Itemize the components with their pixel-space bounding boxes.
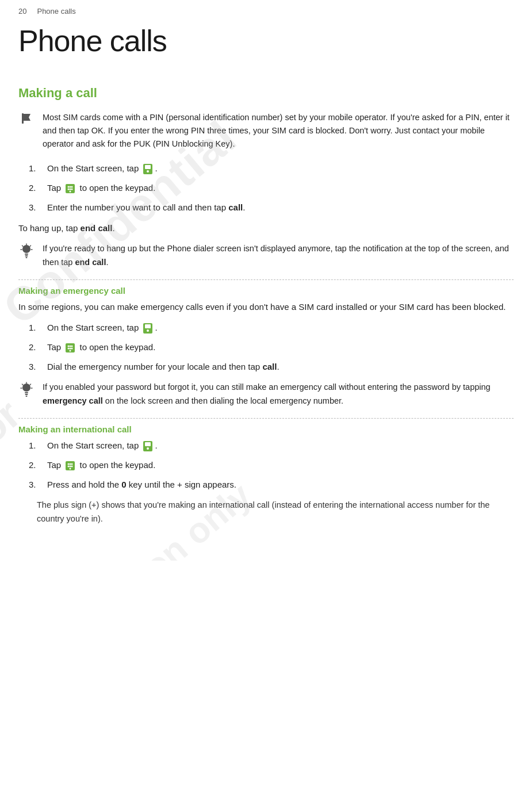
phone-icon-step1 bbox=[142, 163, 154, 175]
intl-step-3-text: Press and hold the 0 key until the + sig… bbox=[47, 478, 236, 492]
phone-icon-emg1 bbox=[142, 323, 154, 334]
intl-step-2-num: 2. bbox=[29, 458, 41, 472]
note-hangup-text: If you're ready to hang up but the Phone… bbox=[43, 242, 514, 269]
svg-point-48 bbox=[68, 465, 70, 467]
emg-step-1-num: 1. bbox=[29, 321, 41, 335]
note-block-emergency: If you enabled your password but forgot … bbox=[18, 381, 514, 407]
step-3-bold: call bbox=[228, 202, 243, 212]
divider-2 bbox=[18, 418, 514, 419]
svg-rect-13 bbox=[25, 254, 28, 255]
svg-point-30 bbox=[71, 348, 73, 350]
svg-line-37 bbox=[22, 384, 24, 385]
svg-point-12 bbox=[22, 245, 30, 253]
bulb-icon-2 bbox=[20, 382, 33, 398]
divider-1 bbox=[18, 279, 514, 280]
emg-step-3: 3. Dial the emergency number for your lo… bbox=[29, 360, 514, 374]
emg-step-1-text: On the Start screen, tap . bbox=[47, 321, 158, 335]
step-1: 1. On the Start screen, tap . bbox=[29, 162, 514, 175]
note-block-pin: Most SIM cards come with a PIN (personal… bbox=[18, 111, 514, 151]
intl-step-1-num: 1. bbox=[29, 439, 41, 453]
svg-rect-15 bbox=[26, 257, 28, 258]
svg-point-50 bbox=[71, 465, 73, 467]
svg-point-32 bbox=[22, 384, 30, 392]
emg-step-2-text: Tap to open the keypad. bbox=[47, 340, 155, 354]
making-call-steps: 1. On the Start screen, tap . 2. Tap to … bbox=[18, 162, 514, 214]
intl-step-1-text: On the Start screen, tap . bbox=[47, 439, 158, 453]
step-2-num: 2. bbox=[29, 181, 41, 195]
emg-step-2: 2. Tap to open the keypad. bbox=[29, 340, 514, 354]
bulb-icon-container bbox=[18, 243, 35, 259]
svg-point-25 bbox=[68, 346, 70, 347]
svg-point-27 bbox=[71, 346, 73, 347]
bulb-icon-container-2 bbox=[18, 382, 35, 398]
page-number-bar: 20 Phone calls bbox=[18, 0, 514, 19]
svg-rect-22 bbox=[145, 324, 151, 328]
emergency-call-label: emergency call bbox=[43, 396, 103, 405]
svg-point-47 bbox=[71, 463, 73, 465]
emg-step-1: 1. On the Start screen, tap . bbox=[29, 321, 514, 335]
emergency-intro: In some regions, you can make emergency … bbox=[18, 300, 514, 315]
svg-line-17 bbox=[22, 246, 24, 247]
hang-up-para: To hang up, tap end call. bbox=[18, 221, 514, 236]
emg-step-3-text: Dial the emergency number for your local… bbox=[47, 360, 280, 374]
intl-step-2-text: Tap to open the keypad. bbox=[47, 458, 155, 472]
svg-point-7 bbox=[71, 186, 73, 187]
end-call-label: end call bbox=[81, 223, 113, 233]
flag-icon-container bbox=[18, 112, 35, 125]
subsection-emergency-call: Making an emergency call bbox=[18, 286, 514, 296]
keypad-icon-emg2 bbox=[64, 342, 76, 354]
svg-point-29 bbox=[70, 348, 71, 350]
svg-point-31 bbox=[70, 350, 71, 352]
svg-rect-2 bbox=[145, 165, 151, 169]
svg-rect-35 bbox=[26, 396, 28, 397]
svg-line-18 bbox=[30, 246, 31, 247]
svg-point-45 bbox=[68, 463, 70, 465]
page-number: 20 bbox=[18, 7, 26, 16]
svg-rect-0 bbox=[22, 113, 24, 124]
end-call-note-label: end call bbox=[75, 258, 106, 267]
svg-rect-33 bbox=[25, 392, 28, 393]
section-heading-making-call: Making a call bbox=[18, 86, 514, 101]
subsection-international-call: Making an international call bbox=[18, 424, 514, 434]
svg-point-51 bbox=[70, 467, 71, 469]
keypad-icon-step2 bbox=[64, 183, 76, 194]
step-1-num: 1. bbox=[29, 162, 41, 175]
step-2: 2. Tap to open the keypad. bbox=[29, 181, 514, 195]
intl-step-3-num: 3. bbox=[29, 478, 41, 492]
svg-point-11 bbox=[70, 190, 71, 192]
svg-rect-42 bbox=[145, 442, 151, 446]
svg-point-23 bbox=[147, 329, 149, 332]
svg-rect-34 bbox=[25, 394, 28, 395]
zero-key-label: 0 bbox=[121, 480, 126, 489]
svg-point-5 bbox=[68, 186, 70, 187]
step-3: 3. Enter the number you want to call and… bbox=[29, 201, 514, 214]
emg-step-2-num: 2. bbox=[29, 340, 41, 354]
international-call-steps: 1. On the Start screen, tap . 2. Tap to … bbox=[18, 439, 514, 492]
emg-call-label: call bbox=[262, 362, 277, 371]
svg-point-49 bbox=[70, 465, 71, 467]
svg-point-10 bbox=[71, 188, 73, 190]
emergency-call-steps: 1. On the Start screen, tap . 2. Tap to … bbox=[18, 321, 514, 374]
emg-step-3-num: 3. bbox=[29, 360, 41, 374]
intl-step-1: 1. On the Start screen, tap . bbox=[29, 439, 514, 453]
svg-point-46 bbox=[70, 463, 71, 465]
svg-point-8 bbox=[68, 188, 70, 190]
step-3-num: 3. bbox=[29, 201, 41, 214]
flag-icon bbox=[20, 112, 33, 125]
note-emergency-text: If you enabled your password but forgot … bbox=[43, 381, 514, 407]
intl-step3-note: The plus sign (+) shows that you're maki… bbox=[37, 499, 514, 526]
intl-step-3: 3. Press and hold the 0 key until the + … bbox=[29, 478, 514, 492]
svg-point-43 bbox=[147, 447, 149, 450]
svg-point-3 bbox=[147, 170, 149, 173]
step-2-text: Tap to open the keypad. bbox=[47, 181, 155, 195]
page-title: Phone calls bbox=[18, 24, 514, 58]
svg-point-6 bbox=[70, 186, 71, 187]
svg-point-26 bbox=[70, 346, 71, 347]
svg-rect-14 bbox=[25, 255, 28, 256]
note-pin-text: Most SIM cards come with a PIN (personal… bbox=[43, 111, 514, 151]
intl-step-2: 2. Tap to open the keypad. bbox=[29, 458, 514, 472]
step-1-text: On the Start screen, tap . bbox=[47, 162, 158, 175]
svg-line-38 bbox=[30, 384, 31, 385]
breadcrumb-text: Phone calls bbox=[37, 7, 75, 16]
note-block-hangup: If you're ready to hang up but the Phone… bbox=[18, 242, 514, 269]
